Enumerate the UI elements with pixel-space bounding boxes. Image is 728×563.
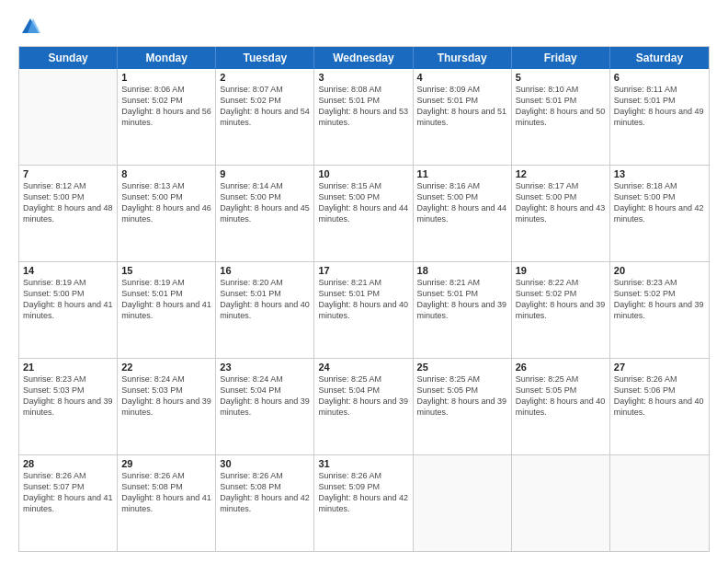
- header-day-tuesday: Tuesday: [216, 47, 314, 69]
- calendar-cell: 1Sunrise: 8:06 AMSunset: 5:02 PMDaylight…: [118, 69, 216, 165]
- calendar-cell: 20Sunrise: 8:23 AMSunset: 5:02 PMDayligh…: [610, 262, 709, 358]
- day-info: Sunrise: 8:11 AMSunset: 5:01 PMDaylight:…: [614, 84, 705, 129]
- day-number: 26: [516, 362, 606, 373]
- day-number: 28: [23, 458, 113, 469]
- calendar: SundayMondayTuesdayWednesdayThursdayFrid…: [18, 46, 710, 552]
- calendar-cell: 8Sunrise: 8:13 AMSunset: 5:00 PMDaylight…: [118, 166, 216, 261]
- calendar-cell: 29Sunrise: 8:26 AMSunset: 5:08 PMDayligh…: [118, 455, 216, 551]
- day-number: 6: [614, 72, 705, 83]
- day-info: Sunrise: 8:22 AMSunset: 5:02 PMDaylight:…: [516, 277, 606, 322]
- header-day-monday: Monday: [118, 47, 216, 69]
- header: [18, 17, 710, 37]
- calendar-cell: 22Sunrise: 8:24 AMSunset: 5:03 PMDayligh…: [118, 359, 216, 454]
- day-number: 9: [220, 168, 310, 179]
- day-info: Sunrise: 8:15 AMSunset: 5:00 PMDaylight:…: [318, 180, 408, 225]
- day-info: Sunrise: 8:08 AMSunset: 5:01 PMDaylight:…: [318, 84, 408, 129]
- day-number: 19: [516, 265, 606, 276]
- day-info: Sunrise: 8:12 AMSunset: 5:00 PMDaylight:…: [23, 180, 113, 225]
- calendar-cell: [610, 455, 709, 551]
- page: SundayMondayTuesdayWednesdayThursdayFrid…: [0, 0, 728, 563]
- day-info: Sunrise: 8:26 AMSunset: 5:08 PMDaylight:…: [220, 470, 310, 515]
- calendar-cell: 17Sunrise: 8:21 AMSunset: 5:01 PMDayligh…: [314, 262, 413, 358]
- day-number: 3: [318, 72, 408, 83]
- day-info: Sunrise: 8:07 AMSunset: 5:02 PMDaylight:…: [220, 84, 310, 129]
- calendar-cell: 30Sunrise: 8:26 AMSunset: 5:08 PMDayligh…: [216, 455, 314, 551]
- calendar-cell: 16Sunrise: 8:20 AMSunset: 5:01 PMDayligh…: [216, 262, 314, 358]
- calendar-cell: 3Sunrise: 8:08 AMSunset: 5:01 PMDaylight…: [314, 69, 413, 165]
- day-number: 17: [318, 265, 408, 276]
- day-info: Sunrise: 8:26 AMSunset: 5:08 PMDaylight:…: [121, 470, 211, 515]
- day-number: 5: [516, 72, 606, 83]
- calendar-cell: 24Sunrise: 8:25 AMSunset: 5:04 PMDayligh…: [314, 359, 413, 454]
- day-number: 23: [220, 362, 310, 373]
- day-info: Sunrise: 8:24 AMSunset: 5:04 PMDaylight:…: [220, 373, 310, 419]
- calendar-cell: [512, 455, 610, 551]
- calendar-cell: 25Sunrise: 8:25 AMSunset: 5:05 PMDayligh…: [414, 359, 512, 454]
- day-number: 25: [417, 362, 507, 373]
- calendar-cell: 6Sunrise: 8:11 AMSunset: 5:01 PMDaylight…: [610, 69, 709, 165]
- day-info: Sunrise: 8:24 AMSunset: 5:03 PMDaylight:…: [121, 373, 211, 419]
- day-info: Sunrise: 8:21 AMSunset: 5:01 PMDaylight:…: [417, 277, 507, 322]
- day-number: 7: [23, 168, 113, 179]
- calendar-cell: 5Sunrise: 8:10 AMSunset: 5:01 PMDaylight…: [512, 69, 610, 165]
- day-number: 21: [23, 362, 113, 373]
- day-info: Sunrise: 8:19 AMSunset: 5:00 PMDaylight:…: [23, 277, 113, 322]
- day-info: Sunrise: 8:13 AMSunset: 5:00 PMDaylight:…: [121, 180, 211, 225]
- calendar-cell: 12Sunrise: 8:17 AMSunset: 5:00 PMDayligh…: [512, 166, 610, 261]
- calendar-cell: 28Sunrise: 8:26 AMSunset: 5:07 PMDayligh…: [19, 455, 118, 551]
- calendar-header: SundayMondayTuesdayWednesdayThursdayFrid…: [19, 47, 709, 69]
- header-day-sunday: Sunday: [19, 47, 118, 69]
- day-number: 10: [318, 168, 408, 179]
- calendar-cell: 2Sunrise: 8:07 AMSunset: 5:02 PMDaylight…: [216, 69, 314, 165]
- calendar-cell: [19, 69, 118, 165]
- calendar-row-1: 7Sunrise: 8:12 AMSunset: 5:00 PMDaylight…: [19, 165, 709, 261]
- calendar-cell: 9Sunrise: 8:14 AMSunset: 5:00 PMDaylight…: [216, 166, 314, 261]
- day-info: Sunrise: 8:06 AMSunset: 5:02 PMDaylight:…: [121, 84, 211, 129]
- day-info: Sunrise: 8:23 AMSunset: 5:02 PMDaylight:…: [614, 277, 705, 322]
- day-info: Sunrise: 8:26 AMSunset: 5:09 PMDaylight:…: [318, 470, 408, 515]
- calendar-row-4: 28Sunrise: 8:26 AMSunset: 5:07 PMDayligh…: [19, 454, 709, 551]
- day-info: Sunrise: 8:26 AMSunset: 5:07 PMDaylight:…: [23, 470, 113, 515]
- logo-icon: [20, 17, 40, 37]
- day-info: Sunrise: 8:25 AMSunset: 5:05 PMDaylight:…: [417, 373, 507, 419]
- day-number: 13: [614, 168, 705, 179]
- calendar-cell: 4Sunrise: 8:09 AMSunset: 5:01 PMDaylight…: [414, 69, 512, 165]
- day-info: Sunrise: 8:16 AMSunset: 5:00 PMDaylight:…: [417, 180, 507, 225]
- calendar-cell: 13Sunrise: 8:18 AMSunset: 5:00 PMDayligh…: [610, 166, 709, 261]
- calendar-cell: [414, 455, 512, 551]
- calendar-body: 1Sunrise: 8:06 AMSunset: 5:02 PMDaylight…: [19, 69, 709, 551]
- day-number: 29: [121, 458, 211, 469]
- day-info: Sunrise: 8:25 AMSunset: 5:05 PMDaylight:…: [516, 373, 606, 419]
- day-info: Sunrise: 8:10 AMSunset: 5:01 PMDaylight:…: [516, 84, 606, 129]
- calendar-cell: 10Sunrise: 8:15 AMSunset: 5:00 PMDayligh…: [314, 166, 413, 261]
- calendar-row-3: 21Sunrise: 8:23 AMSunset: 5:03 PMDayligh…: [19, 358, 709, 454]
- day-info: Sunrise: 8:25 AMSunset: 5:04 PMDaylight:…: [318, 373, 408, 419]
- day-info: Sunrise: 8:19 AMSunset: 5:01 PMDaylight:…: [121, 277, 211, 322]
- day-number: 30: [220, 458, 310, 469]
- day-info: Sunrise: 8:20 AMSunset: 5:01 PMDaylight:…: [220, 277, 310, 322]
- day-number: 2: [220, 72, 310, 83]
- header-day-thursday: Thursday: [414, 47, 512, 69]
- day-number: 14: [23, 265, 113, 276]
- day-number: 31: [318, 458, 408, 469]
- day-info: Sunrise: 8:14 AMSunset: 5:00 PMDaylight:…: [220, 180, 310, 225]
- day-number: 11: [417, 168, 507, 179]
- day-number: 18: [417, 265, 507, 276]
- calendar-cell: 31Sunrise: 8:26 AMSunset: 5:09 PMDayligh…: [314, 455, 413, 551]
- day-number: 1: [121, 72, 211, 83]
- calendar-cell: 27Sunrise: 8:26 AMSunset: 5:06 PMDayligh…: [610, 359, 709, 454]
- calendar-cell: 11Sunrise: 8:16 AMSunset: 5:00 PMDayligh…: [414, 166, 512, 261]
- day-number: 27: [614, 362, 705, 373]
- day-info: Sunrise: 8:23 AMSunset: 5:03 PMDaylight:…: [23, 373, 113, 419]
- logo: [18, 17, 40, 37]
- day-number: 4: [417, 72, 507, 83]
- calendar-cell: 7Sunrise: 8:12 AMSunset: 5:00 PMDaylight…: [19, 166, 118, 261]
- day-info: Sunrise: 8:26 AMSunset: 5:06 PMDaylight:…: [614, 373, 705, 419]
- day-number: 16: [220, 265, 310, 276]
- day-number: 8: [121, 168, 211, 179]
- calendar-row-0: 1Sunrise: 8:06 AMSunset: 5:02 PMDaylight…: [19, 69, 709, 165]
- calendar-cell: 23Sunrise: 8:24 AMSunset: 5:04 PMDayligh…: [216, 359, 314, 454]
- day-info: Sunrise: 8:18 AMSunset: 5:00 PMDaylight:…: [614, 180, 705, 225]
- calendar-cell: 18Sunrise: 8:21 AMSunset: 5:01 PMDayligh…: [414, 262, 512, 358]
- day-number: 12: [516, 168, 606, 179]
